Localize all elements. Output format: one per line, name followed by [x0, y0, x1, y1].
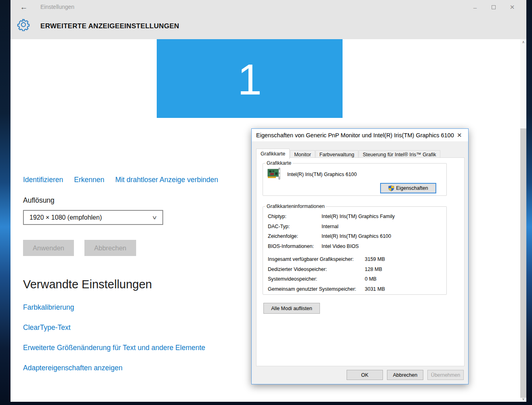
- close-icon[interactable]: ✕: [503, 0, 521, 15]
- info-row-total-memory: Insgesamt verfügbarer Grafikspeicher: 31…: [268, 254, 443, 264]
- monitor-number-label: 1: [238, 58, 262, 101]
- vertical-scrollbar[interactable]: ∧ ∨: [520, 39, 526, 402]
- adapter-info-rows: Chiptyp: Intel(R) Iris(TM) Graphics Fami…: [268, 212, 443, 251]
- apply-button[interactable]: Anwenden: [23, 240, 74, 256]
- info-value: 0 MB: [365, 276, 376, 282]
- properties-button-label: Eigenschaften: [396, 185, 428, 191]
- adapter-properties-dialog: Eigenschaften von Generic PnP Monitor un…: [251, 128, 469, 384]
- advanced-sizing-link[interactable]: Erweiterte Größenänderung für Text und a…: [23, 344, 205, 352]
- resolution-dropdown[interactable]: 1920 × 1080 (empfohlen) ∨: [23, 210, 163, 225]
- back-arrow-icon[interactable]: ←: [18, 2, 30, 12]
- window-title: Einstellungen: [40, 4, 74, 10]
- related-settings-heading: Verwandte Einstellungen: [23, 278, 152, 291]
- info-value: 3031 MB: [365, 286, 385, 292]
- resolution-label: Auflösung: [23, 196, 55, 205]
- adapter-groupbox: Grafikkarte Intel(R) Iris(TM) Graphics 6…: [263, 160, 447, 196]
- titlebar: ← Einstellungen – ✕: [11, 0, 526, 15]
- scroll-down-icon[interactable]: ∨: [520, 396, 526, 402]
- cleartype-link[interactable]: ClearType-Text: [23, 323, 71, 332]
- minimize-icon[interactable]: –: [466, 0, 484, 15]
- wireless-display-link[interactable]: Mit drahtloser Anzeige verbinden: [115, 176, 218, 184]
- info-label: Chiptyp:: [268, 214, 322, 219]
- ok-button[interactable]: OK: [347, 370, 383, 380]
- info-label: DAC-Typ:: [268, 224, 322, 229]
- info-label: Systemvideospeicher:: [268, 276, 365, 282]
- info-label: BIOS-Informationen:: [268, 243, 322, 249]
- info-value: Internal: [322, 224, 339, 229]
- cancel-button[interactable]: Abbrechen: [84, 240, 136, 256]
- apply-cancel-row: Anwenden Abbrechen: [23, 240, 136, 256]
- maximize-glyph: [492, 5, 496, 9]
- tab-grafikkarte[interactable]: Grafikkarte: [256, 149, 290, 159]
- maximize-icon[interactable]: [484, 0, 503, 15]
- scroll-up-icon[interactable]: ∧: [520, 39, 526, 45]
- display-preview-monitor[interactable]: 1: [157, 39, 343, 118]
- list-all-modes-button[interactable]: Alle Modi auflisten: [263, 303, 320, 314]
- settings-window: ← Einstellungen – ✕ ERWEITERTE ANZEIGEEI…: [11, 0, 526, 402]
- info-row-string: Zeichenfolge: Intel(R) Iris(TM) Graphics…: [268, 231, 443, 241]
- info-value: 3159 MB: [365, 256, 385, 262]
- info-row-dedicated-memory: Dedizierter Videospeicher: 128 MB: [268, 264, 443, 275]
- info-row-bios: BIOS-Informationen: Intel Video BIOS: [268, 241, 443, 252]
- adapter-info-legend: Grafikkarteninformationen: [265, 204, 326, 209]
- dialog-footer: OK Abbrechen Übernehmen: [252, 365, 468, 384]
- uac-shield-icon: [388, 185, 394, 191]
- info-row-shared-memory: Gemeinsam genutzter Systemspeicher: 3031…: [268, 284, 443, 294]
- apply-changes-button[interactable]: Übernehmen: [427, 370, 464, 380]
- color-calibration-link[interactable]: Farbkalibrierung: [23, 303, 74, 312]
- window-controls: – ✕: [466, 0, 521, 15]
- adapter-info-groupbox: Grafikkarteninformationen Chiptyp: Intel…: [263, 204, 447, 295]
- display-action-links: Identifizieren Erkennen Mit drahtloser A…: [23, 176, 218, 184]
- properties-button[interactable]: Eigenschaften: [380, 183, 436, 193]
- info-label: Gemeinsam genutzter Systemspeicher:: [268, 286, 365, 292]
- resolution-value: 1920 × 1080 (empfohlen): [29, 214, 102, 221]
- info-label: Dedizierter Videospeicher:: [268, 267, 365, 272]
- info-row-system-video-memory: Systemvideospeicher: 0 MB: [268, 274, 443, 284]
- dialog-cancel-button[interactable]: Abbrechen: [387, 370, 423, 380]
- info-label: Insgesamt verfügbarer Grafikspeicher:: [268, 256, 365, 262]
- info-row-chiptype: Chiptyp: Intel(R) Iris(TM) Graphics Fami…: [268, 212, 443, 222]
- info-value: Intel Video BIOS: [322, 243, 359, 249]
- info-value: Intel(R) Iris(TM) Graphics Family: [322, 214, 395, 219]
- gear-icon: [17, 18, 30, 31]
- dialog-title: Eigenschaften von Generic PnP Monitor un…: [256, 132, 454, 138]
- info-row-dactype: DAC-Typ: Internal: [268, 222, 443, 232]
- scrollbar-thumb[interactable]: [520, 128, 526, 398]
- chevron-down-icon: ∨: [152, 214, 158, 220]
- page-title: ERWEITERTE ANZEIGEEINSTELLUNGEN: [40, 22, 179, 30]
- dialog-titlebar: Eigenschaften von Generic PnP Monitor un…: [252, 129, 468, 141]
- detect-link[interactable]: Erkennen: [74, 176, 104, 184]
- adapter-groupbox-legend: Grafikkarte: [265, 160, 292, 166]
- page-header: ERWEITERTE ANZEIGEEINSTELLUNGEN: [11, 15, 526, 39]
- adapter-memory-rows: Insgesamt verfügbarer Grafikspeicher: 31…: [268, 254, 443, 294]
- gpu-card-icon: [267, 168, 282, 180]
- info-value: 128 MB: [365, 267, 382, 272]
- dialog-close-icon[interactable]: ✕: [454, 132, 465, 139]
- tabpage-grafikkarte: Grafikkarte Intel(R) Iris(TM) Graphics 6…: [256, 157, 465, 366]
- info-label: Zeichenfolge:: [268, 233, 322, 239]
- adapter-properties-link[interactable]: Adaptereigenschaften anzeigen: [23, 364, 122, 372]
- identify-link[interactable]: Identifizieren: [23, 176, 63, 184]
- info-value: Intel(R) Iris(TM) Graphics 6100: [322, 233, 391, 239]
- adapter-name: Intel(R) Iris(TM) Graphics 6100: [287, 172, 357, 177]
